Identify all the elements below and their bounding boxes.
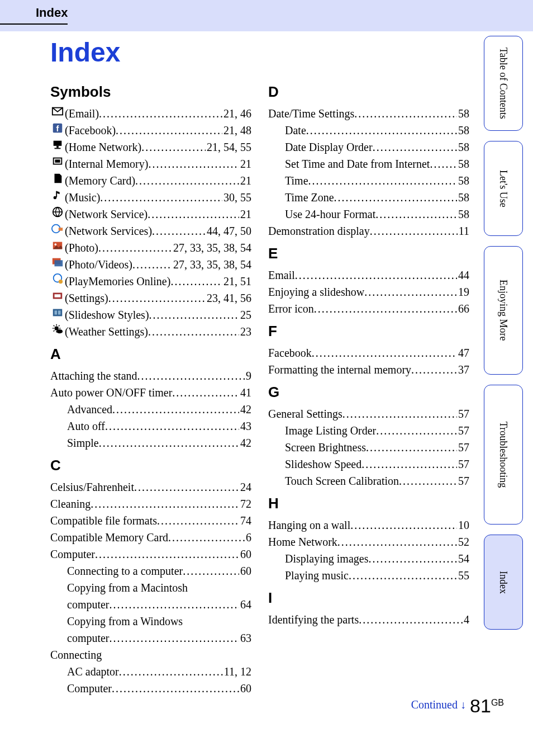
index-entry-facebook[interactable]: f (Facebook) 21, 48 [50, 122, 251, 139]
leaders [430, 155, 457, 172]
leaders [105, 418, 239, 434]
entry-pages: 9 [245, 367, 251, 384]
index-entry[interactable]: Celsius/Fahrenheit24 [50, 479, 251, 495]
entry-pages: 21 [239, 206, 251, 223]
index-entry-photo-videos[interactable]: (Photo/Videos) 27, 33, 35, 38, 54 [50, 256, 251, 273]
index-entry[interactable]: Home Network52 [268, 533, 469, 550]
entry-pages: 24 [239, 479, 251, 495]
entry-label: (Internal Memory) [65, 155, 148, 172]
svg-point-8 [54, 196, 57, 200]
index-entry[interactable]: Playing music55 [268, 567, 469, 584]
index-entry[interactable]: Screen Brightness57 [268, 439, 469, 456]
index-entry[interactable]: Demonstration display11 [268, 223, 469, 239]
index-entry[interactable]: Use 24-hour Format58 [268, 206, 469, 223]
index-entry[interactable]: Slideshow Speed57 [268, 456, 469, 472]
tab-index[interactable]: Index [484, 535, 523, 630]
internal-memory-icon [50, 155, 65, 168]
entry-label: (Email) [65, 105, 99, 122]
index-entry[interactable]: Date58 [268, 122, 469, 139]
index-entry[interactable]: General Settings57 [268, 405, 469, 422]
entry-pages: 21, 54, 55 [206, 139, 251, 155]
email-icon [50, 105, 65, 117]
index-entry[interactable]: Email44 [268, 267, 469, 284]
index-entry[interactable]: Error icon66 [268, 300, 469, 317]
leaders [110, 630, 239, 646]
index-entry-line1: Copying from a Macintosh [50, 579, 251, 596]
index-entry[interactable]: Computer60 [50, 680, 251, 697]
index-entry[interactable]: Time Zone58 [268, 189, 469, 206]
leaders [112, 680, 239, 697]
index-entry[interactable]: Connecting to a computer60 [50, 563, 251, 579]
index-entry[interactable]: Date/Time Settings58 [268, 105, 469, 122]
index-entry[interactable]: Cleaning72 [50, 495, 251, 512]
index-entry[interactable]: computer63 [50, 630, 251, 646]
index-entry-home-network[interactable]: (Home Network) 21, 54, 55 [50, 139, 251, 155]
entry-pages: 42 [239, 434, 251, 451]
index-entry[interactable]: Computer60 [50, 546, 251, 563]
index-entry[interactable]: Formatting the internal memory37 [268, 361, 469, 378]
section-symbols: Symbols [50, 83, 251, 101]
leaders [170, 273, 222, 290]
index-entry[interactable]: Set Time and Date from Internet58 [268, 155, 469, 172]
index-entry[interactable]: Image Listing Order57 [268, 422, 469, 439]
index-entry-weather-settings[interactable]: (Weather Settings) 23 [50, 323, 251, 340]
index-entry-photo[interactable]: (Photo) 27, 33, 35, 38, 54 [50, 239, 251, 256]
index-entry[interactable]: Attaching the stand9 [50, 367, 251, 384]
index-entry-slideshow-styles[interactable]: (Slideshow Styles) 25 [50, 306, 251, 323]
playmemories-icon [50, 273, 65, 285]
music-icon [50, 189, 65, 201]
leaders [119, 663, 223, 680]
index-entry-network-services[interactable]: (Network Services) 44, 47, 50 [50, 223, 251, 239]
index-entry-playmemories[interactable]: (PlayMemories Online) 21, 51 [50, 273, 251, 290]
index-entry[interactable]: Displaying images54 [268, 550, 469, 567]
entry-pages: 21, 46 [222, 105, 251, 122]
index-entry[interactable]: Auto power ON/OFF timer41 [50, 384, 251, 401]
entry-label: Identifying the parts [268, 611, 359, 628]
index-entry[interactable]: Advanced42 [50, 401, 251, 418]
entry-pages: 25 [239, 306, 251, 323]
index-entry[interactable]: Simple42 [50, 434, 251, 451]
tab-table-of-contents[interactable]: Table of Contents [484, 36, 523, 131]
index-entry[interactable]: Identifying the parts4 [268, 611, 469, 628]
entry-pages: 4 [463, 611, 469, 628]
index-entry[interactable]: Time58 [268, 172, 469, 189]
index-entry[interactable]: Touch Screen Calibration57 [268, 472, 469, 489]
index-entry[interactable]: Enjoying a slideshow19 [268, 284, 469, 300]
index-entry-internal-memory[interactable]: (Internal Memory) 21 [50, 155, 251, 172]
entry-label: Hanging on a wall [268, 517, 350, 533]
index-entry[interactable]: Auto off43 [50, 418, 251, 434]
entry-pages: 41 [239, 384, 251, 401]
index-entry[interactable]: AC adaptor11, 12 [50, 663, 251, 680]
entry-label: (Photo/Videos) [65, 256, 132, 273]
entry-pages: 11, 12 [223, 663, 251, 680]
entry-label: Playing music [285, 567, 349, 584]
index-entry-network-service[interactable]: (Network Service) 21 [50, 206, 251, 223]
index-entry-music[interactable]: (Music) 30, 55 [50, 189, 251, 206]
leaders [148, 323, 239, 340]
index-entry-memory-card[interactable]: (Memory Card) 21 [50, 172, 251, 189]
index-entry[interactable]: Date Display Order58 [268, 139, 469, 155]
leaders [134, 479, 239, 495]
section-h: H [268, 495, 469, 512]
section-g: G [268, 384, 469, 401]
index-entry[interactable]: Hanging on a wall10 [268, 517, 469, 533]
index-entry[interactable]: computer64 [50, 596, 251, 613]
leaders [342, 405, 457, 422]
tab-enjoying-more[interactable]: Enjoying More [484, 246, 523, 375]
entry-pages: 27, 33, 35, 38, 54 [172, 239, 251, 256]
index-entry-settings[interactable]: (Settings) 23, 41, 56 [50, 290, 251, 306]
tab-label: Index [495, 561, 512, 604]
tab-troubleshooting[interactable]: Troubleshooting [484, 385, 523, 525]
slideshow-styles-icon [50, 306, 65, 319]
index-entry[interactable]: Facebook47 [268, 344, 469, 361]
home-network-icon [50, 139, 65, 151]
leaders [399, 472, 457, 489]
leaders [157, 512, 239, 529]
entry-label: Copying from a Macintosh [67, 579, 188, 596]
tab-lets-use[interactable]: Let's Use [484, 141, 523, 236]
leaders [152, 223, 206, 239]
index-entry-email[interactable]: (Email) 21, 46 [50, 105, 251, 122]
index-entry[interactable]: Compatible file formats74 [50, 512, 251, 529]
index-entry[interactable]: Compatible Memory Card6 [50, 529, 251, 546]
leaders [368, 550, 457, 567]
